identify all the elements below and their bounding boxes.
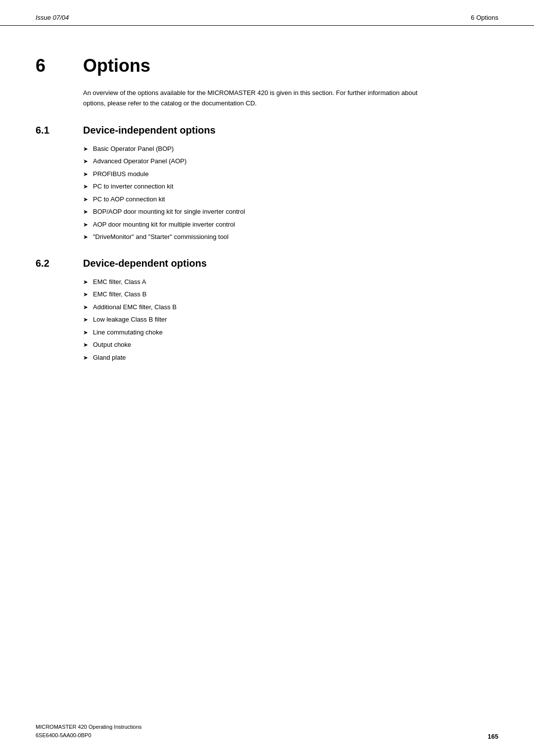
section-6-2-number: 6.2 bbox=[36, 258, 83, 269]
list-item: ➤ Additional EMC filter, Class B bbox=[83, 302, 498, 312]
bullet-arrow-icon: ➤ bbox=[83, 220, 88, 229]
section-6-1-heading: 6.1 Device-independent options bbox=[36, 125, 498, 136]
page: Issue 07/04 6 Options 6 Options An overv… bbox=[0, 0, 534, 756]
list-item-text: EMC filter, Class B bbox=[93, 289, 146, 299]
bullet-arrow-icon: ➤ bbox=[83, 182, 88, 191]
bullet-arrow-icon: ➤ bbox=[83, 328, 88, 337]
list-item-text: Output choke bbox=[93, 340, 131, 350]
list-item-text: PROFIBUS module bbox=[93, 169, 149, 179]
bullet-arrow-icon: ➤ bbox=[83, 340, 88, 349]
list-item: ➤ BOP/AOP door mounting kit for single i… bbox=[83, 207, 498, 217]
list-item-text: Advanced Operator Panel (AOP) bbox=[93, 156, 186, 166]
bullet-arrow-icon: ➤ bbox=[83, 157, 88, 166]
header-issue: Issue 07/04 bbox=[36, 14, 69, 21]
page-content: 6 Options An overview of the options ava… bbox=[0, 26, 534, 418]
list-item-text: AOP door mounting kit for multiple inver… bbox=[93, 220, 235, 230]
bullet-arrow-icon: ➤ bbox=[83, 170, 88, 179]
list-item: ➤ PC to AOP connection kit bbox=[83, 194, 498, 204]
page-header: Issue 07/04 6 Options bbox=[0, 0, 534, 26]
list-item: ➤ Output choke bbox=[83, 340, 498, 350]
section-6-1-number: 6.1 bbox=[36, 125, 83, 136]
list-item-text: BOP/AOP door mounting kit for single inv… bbox=[93, 207, 245, 217]
footer-product-line: MICROMASTER 420 Operating Instructions bbox=[36, 723, 142, 732]
bullet-arrow-icon: ➤ bbox=[83, 278, 88, 286]
bullet-arrow-icon: ➤ bbox=[83, 290, 88, 299]
chapter-title: Options bbox=[83, 55, 150, 76]
footer-part-number: 6SE6400-5AA00-0BP0 bbox=[36, 731, 142, 740]
list-item: ➤ Line commutating choke bbox=[83, 328, 498, 337]
page-footer: MICROMASTER 420 Operating Instructions 6… bbox=[36, 723, 498, 740]
list-item: ➤ "DriveMonitor" and "Starter" commissio… bbox=[83, 232, 498, 242]
list-item: ➤ Gland plate bbox=[83, 353, 498, 363]
list-item: ➤ PC to inverter connection kit bbox=[83, 182, 498, 191]
list-item: ➤ EMC filter, Class B bbox=[83, 289, 498, 299]
list-item: ➤ EMC filter, Class A bbox=[83, 277, 498, 287]
section-6-1-title: Device-independent options bbox=[83, 125, 216, 136]
bullet-arrow-icon: ➤ bbox=[83, 195, 88, 204]
list-item-text: Basic Operator Panel (BOP) bbox=[93, 144, 174, 154]
list-item-text: Gland plate bbox=[93, 353, 126, 363]
chapter-heading: 6 Options bbox=[36, 55, 498, 76]
bullet-arrow-icon: ➤ bbox=[83, 144, 88, 153]
list-item-text: PC to inverter connection kit bbox=[93, 182, 174, 191]
section-6-1-list: ➤ Basic Operator Panel (BOP) ➤ Advanced … bbox=[83, 144, 498, 242]
bullet-arrow-icon: ➤ bbox=[83, 353, 88, 362]
chapter-number: 6 bbox=[36, 55, 65, 76]
section-6-2-list: ➤ EMC filter, Class A ➤ EMC filter, Clas… bbox=[83, 277, 498, 363]
bullet-arrow-icon: ➤ bbox=[83, 233, 88, 241]
list-item-text: Line commutating choke bbox=[93, 328, 163, 337]
header-section: 6 Options bbox=[471, 14, 498, 21]
list-item: ➤ Basic Operator Panel (BOP) bbox=[83, 144, 498, 154]
bullet-arrow-icon: ➤ bbox=[83, 315, 88, 324]
list-item: ➤ AOP door mounting kit for multiple inv… bbox=[83, 220, 498, 230]
list-item-text: EMC filter, Class A bbox=[93, 277, 146, 287]
list-item: ➤ Advanced Operator Panel (AOP) bbox=[83, 156, 498, 166]
section-6-2-heading: 6.2 Device-dependent options bbox=[36, 258, 498, 269]
bullet-arrow-icon: ➤ bbox=[83, 207, 88, 216]
list-item: ➤ Low leakage Class B filter bbox=[83, 315, 498, 325]
footer-left: MICROMASTER 420 Operating Instructions 6… bbox=[36, 723, 142, 740]
list-item-text: Additional EMC filter, Class B bbox=[93, 302, 177, 312]
footer-page-number: 165 bbox=[488, 733, 498, 740]
section-6-2-title: Device-dependent options bbox=[83, 258, 207, 269]
list-item-text: "DriveMonitor" and "Starter" commissioni… bbox=[93, 232, 228, 242]
list-item: ➤ PROFIBUS module bbox=[83, 169, 498, 179]
list-item-text: Low leakage Class B filter bbox=[93, 315, 167, 325]
list-item-text: PC to AOP connection kit bbox=[93, 194, 165, 204]
intro-paragraph: An overview of the options available for… bbox=[83, 88, 439, 109]
bullet-arrow-icon: ➤ bbox=[83, 303, 88, 312]
